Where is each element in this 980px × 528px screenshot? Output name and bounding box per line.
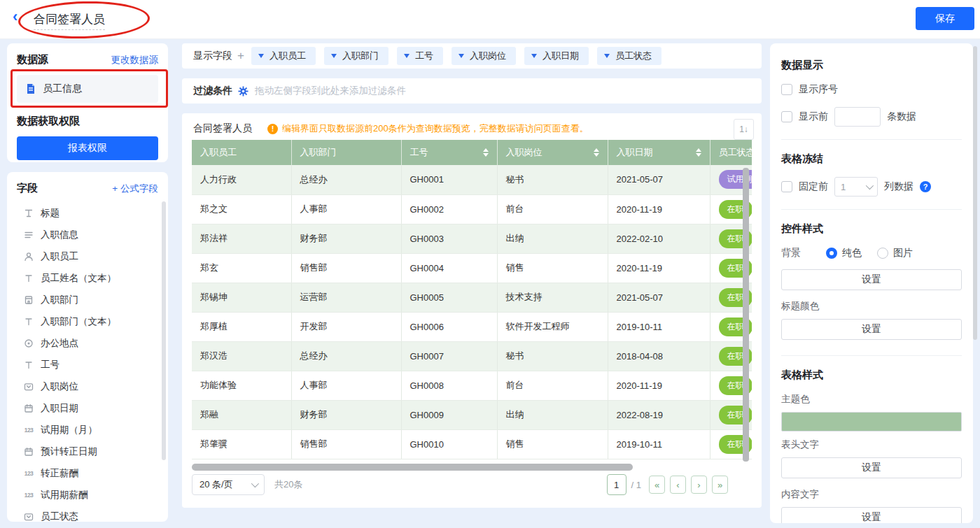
- field-type-icon: [23, 273, 34, 284]
- field-item[interactable]: 123 试用期（月）: [17, 419, 158, 441]
- table-horizontal-scrollbar[interactable]: [192, 464, 633, 471]
- solid-color-radio[interactable]: [826, 248, 837, 259]
- title-color-set-button[interactable]: 设置: [781, 319, 962, 340]
- table-column-header[interactable]: 入职员工: [192, 140, 291, 165]
- back-icon[interactable]: ‹: [13, 9, 18, 24]
- table-row[interactable]: 功能体验 人事部 GH0008 前台 2020-11-19 在职: [192, 371, 752, 400]
- change-datasource-link[interactable]: 更改数据源: [111, 54, 159, 66]
- fields-scrollbar[interactable]: [162, 201, 166, 460]
- fields-card: 字段 + 公式字段 标题 入职信息 入职员工 员工姓名（文本）: [7, 172, 168, 522]
- image-radio[interactable]: [877, 248, 888, 259]
- sort-order-button[interactable]: 1↓: [734, 119, 754, 140]
- field-item[interactable]: 入职信息: [17, 224, 158, 245]
- datasource-item[interactable]: 员工信息: [17, 75, 158, 103]
- field-item[interactable]: 入职日期: [17, 397, 158, 419]
- filter-bar[interactable]: 过滤条件 拖动左侧字段到此处来添加过滤条件: [182, 78, 762, 104]
- table-title: 合同签署人员: [193, 122, 252, 135]
- save-button[interactable]: 保存: [916, 7, 974, 30]
- table-body: 人力行政 总经办 GH0001 秘书 2021-05-07 试用期 郑之文 人事…: [192, 165, 752, 459]
- background-set-button[interactable]: 设置: [781, 269, 962, 290]
- display-field-chip[interactable]: 入职员工: [251, 47, 316, 65]
- sort-arrows-icon[interactable]: [483, 148, 489, 157]
- field-item-label: 试用期（月）: [41, 424, 97, 436]
- field-item[interactable]: 123 试用期薪酬: [17, 484, 158, 506]
- cell-dept: 财务部: [291, 224, 401, 253]
- show-index-checkbox[interactable]: [781, 84, 792, 95]
- page-title[interactable]: 合同签署人员: [34, 11, 105, 30]
- prev-page-button[interactable]: ‹: [670, 476, 686, 494]
- last-page-button[interactable]: »: [712, 476, 728, 494]
- add-display-field-button[interactable]: +: [237, 49, 244, 63]
- table-card: 合同签署人员 ! 编辑界面只取数据源前200条作为查询数据预览，完整数据请访问页…: [182, 113, 762, 508]
- cell-post: 前台: [497, 194, 608, 224]
- field-item[interactable]: 员工姓名（文本）: [17, 267, 158, 289]
- content-text-set-button[interactable]: 设置: [781, 507, 962, 523]
- chip-label: 员工状态: [615, 50, 652, 62]
- cell-post: 出纳: [497, 224, 608, 253]
- field-item[interactable]: 入职员工: [17, 245, 158, 267]
- add-formula-field-link[interactable]: + 公式字段: [112, 183, 158, 195]
- field-type-icon: [23, 381, 34, 392]
- report-permission-button[interactable]: 报表权限: [17, 136, 158, 160]
- table-column-header[interactable]: 员工状态: [710, 140, 752, 165]
- table-row[interactable]: 郑之文 人事部 GH0002 前台 2020-11-19 在职: [192, 194, 752, 224]
- table-row[interactable]: 郑融 财务部 GH0009 出纳 2022-08-19 在职: [192, 400, 752, 429]
- next-page-button[interactable]: ›: [691, 476, 707, 494]
- table-row[interactable]: 郑厚植 开发部 GH0006 软件开发工程师 2019-10-11 在职: [192, 312, 752, 341]
- show-front-checkbox[interactable]: [781, 111, 792, 122]
- freeze-columns-select[interactable]: 1: [834, 177, 878, 197]
- table-row[interactable]: 郑玄 销售部 GH0004 销售 2020-11-19 在职: [192, 253, 752, 283]
- front-count-input[interactable]: [834, 107, 881, 127]
- preview-table: 入职员工 入职部门 工号: [192, 140, 752, 463]
- display-field-chip[interactable]: 入职部门: [324, 47, 388, 65]
- table-column-header[interactable]: 入职日期: [608, 140, 710, 165]
- display-field-chip[interactable]: 入职岗位: [451, 47, 516, 65]
- display-field-chip[interactable]: 入职日期: [524, 47, 589, 65]
- cell-id: GH0010: [401, 429, 497, 459]
- field-item[interactable]: 入职部门（文本）: [17, 311, 158, 332]
- field-type-icon: [23, 511, 34, 522]
- cell-id: GH0008: [401, 371, 497, 400]
- page-size-select[interactable]: 20 条/页: [192, 474, 265, 495]
- field-item[interactable]: 标题: [17, 202, 158, 224]
- table-row[interactable]: 郑肇骥 销售部 GH0010 销售 2019-10-11 在职: [192, 429, 752, 459]
- field-item[interactable]: 工号: [17, 354, 158, 376]
- datasource-card: 数据源 更改数据源 员工信息 数据获取权限 报表权限: [7, 43, 168, 162]
- field-item[interactable]: 入职部门: [17, 289, 158, 311]
- theme-color-swatch[interactable]: [781, 412, 962, 431]
- display-field-chip[interactable]: 工号: [397, 47, 443, 65]
- gear-icon[interactable]: [238, 86, 248, 97]
- sort-arrows-icon[interactable]: [696, 148, 701, 157]
- field-item[interactable]: 入职岗位: [17, 376, 158, 397]
- help-icon[interactable]: ?: [920, 181, 931, 192]
- field-item[interactable]: 员工状态: [17, 506, 158, 522]
- table-row[interactable]: 郑法祥 财务部 GH0003 出纳 2022-02-10 在职: [192, 224, 752, 253]
- cell-id: GH0002: [401, 194, 497, 224]
- field-item-label: 入职部门（文本）: [41, 315, 116, 328]
- field-item[interactable]: 123 转正薪酬: [17, 462, 158, 484]
- table-column-header[interactable]: 入职部门: [291, 140, 401, 165]
- first-page-button[interactable]: «: [649, 476, 665, 494]
- table-column-header[interactable]: 工号: [401, 140, 497, 165]
- current-page-box[interactable]: 1: [607, 474, 626, 495]
- field-item-label: 预计转正日期: [41, 445, 97, 458]
- table-column-header[interactable]: 入职岗位: [497, 140, 608, 165]
- solid-color-label: 纯色: [842, 247, 862, 259]
- table-vertical-scrollbar[interactable]: [743, 168, 749, 462]
- settings-panel-scrollbar[interactable]: [973, 46, 977, 340]
- field-item-label: 员工状态: [41, 511, 78, 522]
- field-item[interactable]: 预计转正日期: [17, 441, 158, 462]
- freeze-checkbox[interactable]: [781, 181, 792, 192]
- table-header-row: 入职员工 入职部门 工号: [192, 140, 752, 165]
- display-field-chip[interactable]: 员工状态: [597, 47, 662, 65]
- field-item[interactable]: 办公地点: [17, 332, 158, 354]
- header-text-set-button[interactable]: 设置: [781, 457, 962, 478]
- cell-post: 销售: [497, 253, 608, 283]
- cell-name: 郑之文: [192, 194, 291, 224]
- fix-front-label: 固定前: [799, 180, 828, 193]
- table-row[interactable]: 人力行政 总经办 GH0001 秘书 2021-05-07 试用期: [192, 165, 752, 194]
- table-row[interactable]: 郑汉浩 总经办 GH0007 秘书 2018-04-08 在职: [192, 341, 752, 371]
- total-count: 共20条: [274, 478, 302, 491]
- table-row[interactable]: 郑锡坤 运营部 GH0005 技术支持 2021-05-07 在职: [192, 283, 752, 312]
- sort-arrows-icon[interactable]: [594, 148, 599, 157]
